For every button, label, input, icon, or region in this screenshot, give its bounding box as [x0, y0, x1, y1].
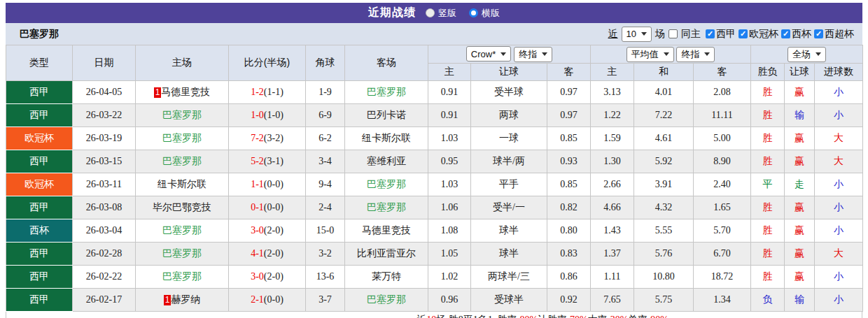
- league-checkbox-group: ✓西甲✓欧冠杯✓西杯✓西超杯: [706, 28, 855, 41]
- handicap-stage-select[interactable]: 终指: [514, 47, 552, 62]
- handicap-odds-cell: 0.97: [547, 81, 591, 104]
- summary-segment: 30%: [610, 315, 629, 318]
- match-result-cell: 胜: [751, 196, 785, 219]
- away-team-cell: 巴塞罗那: [345, 173, 428, 196]
- europe-odds-cell: 7.65: [591, 289, 634, 312]
- match-count-select[interactable]: 10: [622, 27, 652, 42]
- table-row: 西甲26-03-08毕尔巴鄂竞技0-1(0-0)2-4巴塞罗那1.06受半/一0…: [6, 196, 863, 219]
- league-checkbox-label: 西甲: [716, 28, 736, 41]
- corner-cell: 2-4: [306, 196, 345, 219]
- europe-odds-cell: 1.65: [694, 196, 751, 219]
- league-checkbox-2[interactable]: ✓: [781, 29, 790, 38]
- sub-header-let-home: 主: [428, 64, 471, 81]
- chevron-down-icon: [641, 32, 647, 36]
- handicap-line-cell: 球半: [471, 243, 547, 266]
- half-time-score: (3-1): [264, 156, 284, 166]
- team-label: 马德里竞技: [362, 225, 411, 236]
- away-team-cell: 纽卡斯尔联: [345, 127, 428, 150]
- table-row: 西甲26-03-22巴塞罗那1-0(1-0)6-9巴列卡诺0.91两球0.971…: [6, 104, 863, 127]
- summary-segment: 80%: [520, 315, 538, 318]
- home-team-cell: 巴塞罗那: [136, 127, 229, 150]
- team-label: 巴塞罗那: [367, 87, 406, 97]
- europe-stage-value: 终指: [681, 48, 699, 61]
- team-label: 巴列卡诺: [367, 110, 406, 120]
- europe-odds-cell: 4.61: [634, 127, 694, 150]
- same-home-checkbox[interactable]: [668, 29, 678, 38]
- goals-result-cell: 大: [815, 243, 863, 266]
- europe-avg-select[interactable]: 平均值: [626, 47, 674, 62]
- chevron-down-icon: [542, 52, 547, 56]
- radio-on-icon[interactable]: [469, 8, 478, 17]
- table-row: 欧冠杯26-03-19巴塞罗那7-2(3-2)6-2纽卡斯尔联1.03一球0.8…: [6, 127, 863, 150]
- summary-segment: 大率:: [588, 314, 610, 318]
- half-time-score: (2-0): [264, 225, 284, 236]
- corner-cell: 9-4: [306, 173, 345, 196]
- league-type-badge: 西甲: [6, 81, 73, 104]
- europe-odds-cell: 5.92: [634, 150, 694, 173]
- scope-select[interactable]: 全场: [788, 47, 826, 62]
- layout-radio-vertical[interactable]: 竖版: [426, 7, 456, 20]
- team-label: 马德里竞技: [161, 87, 210, 97]
- layout-radio-horizontal[interactable]: 横版: [469, 7, 500, 20]
- full-time-score: 2-1: [251, 294, 264, 305]
- away-team-cell: 巴塞罗那: [345, 289, 428, 312]
- europe-odds-cell: 7.22: [634, 104, 694, 127]
- table-row: 西甲26-04-051马德里竞技1-2(1-1)1-9巴塞罗那0.91受半球0.…: [6, 81, 863, 104]
- home-team-cell: 1赫罗纳: [136, 289, 229, 312]
- date-cell: 26-03-19: [73, 127, 136, 150]
- full-time-score: 1-0: [251, 110, 264, 120]
- handicap-odds-cell: 0.91: [428, 104, 471, 127]
- half-time-score: (0-0): [264, 294, 284, 305]
- handicap-odds-cell: 1.03: [428, 173, 471, 196]
- full-time-score: 0-1: [251, 202, 264, 212]
- europe-avg-value: 平均值: [631, 48, 659, 61]
- date-cell: 26-02-17: [73, 289, 136, 312]
- europe-stage-select[interactable]: 终指: [676, 47, 715, 62]
- handicap-line-cell: 一球: [471, 127, 547, 150]
- handicap-odds-cell: 1.06: [428, 196, 471, 219]
- league-checkbox-1[interactable]: ✓: [738, 29, 748, 38]
- corner-cell: 6-2: [306, 127, 345, 150]
- league-checkbox-0[interactable]: ✓: [706, 29, 715, 38]
- team-label: 巴塞罗那: [367, 179, 406, 189]
- col-header-corner: 角球: [306, 45, 345, 81]
- team-label: 塞维利亚: [367, 156, 406, 166]
- summary-footer: 近10场,胜8平1负1, 胜率:80% 让胜率:70% 大率:30% 单率:90…: [6, 312, 862, 318]
- handicap-result-cell: 赢: [785, 243, 815, 266]
- europe-odds-cell: 5.00: [694, 127, 751, 150]
- chevron-down-icon: [704, 52, 710, 56]
- handicap-odds-cell: 0.93: [547, 150, 591, 173]
- match-result-cell: 胜: [751, 127, 785, 150]
- home-team-cell: 巴塞罗那: [136, 104, 229, 127]
- date-cell: 26-03-08: [73, 196, 136, 219]
- score-cell: 1-1(0-0): [229, 173, 306, 196]
- home-team-cell: 巴塞罗那: [136, 243, 229, 266]
- league-type-badge: 西甲: [6, 104, 73, 127]
- handicap-odds-cell: 1.08: [428, 219, 471, 243]
- summary-segment: 场,胜8平1负1, 胜率:: [436, 314, 519, 318]
- date-cell: 26-03-22: [73, 104, 136, 127]
- sub-header-let-result: 让球: [785, 64, 815, 81]
- away-team-cell: 马德里竞技: [345, 219, 428, 243]
- europe-odds-cell: 10.80: [634, 266, 694, 289]
- europe-odds-cell: 4.66: [591, 196, 634, 219]
- goals-result-cell: 小: [815, 219, 863, 243]
- layout-radio-group: 竖版 横版: [426, 7, 500, 20]
- sub-header-euro-draw: 和: [634, 64, 694, 81]
- team-label: 巴塞罗那: [367, 294, 406, 305]
- near-link[interactable]: 近: [608, 28, 618, 41]
- radio-off-icon[interactable]: [426, 8, 435, 17]
- match-count-value: 10: [626, 29, 636, 39]
- team-label: 巴塞罗那: [162, 110, 202, 120]
- europe-odds-cell: 3.91: [634, 173, 694, 196]
- table-row: 西甲26-02-171赫罗纳2-1(0-0)3-7巴塞罗那0.96受球半0.92…: [6, 289, 863, 312]
- sub-header-let-away: 客: [547, 64, 591, 81]
- handicap-result-cell: 赢: [785, 150, 815, 173]
- col-header-away: 客场: [345, 45, 428, 81]
- bookmaker-select[interactable]: Crow*: [466, 46, 511, 62]
- chevron-down-icon: [816, 52, 821, 56]
- handicap-result-cell: 赢: [785, 266, 815, 289]
- away-team-cell: 比利亚雷亚尔: [345, 243, 428, 266]
- league-checkbox-3[interactable]: ✓: [814, 29, 823, 38]
- europe-odds-cell: 5.75: [634, 289, 694, 312]
